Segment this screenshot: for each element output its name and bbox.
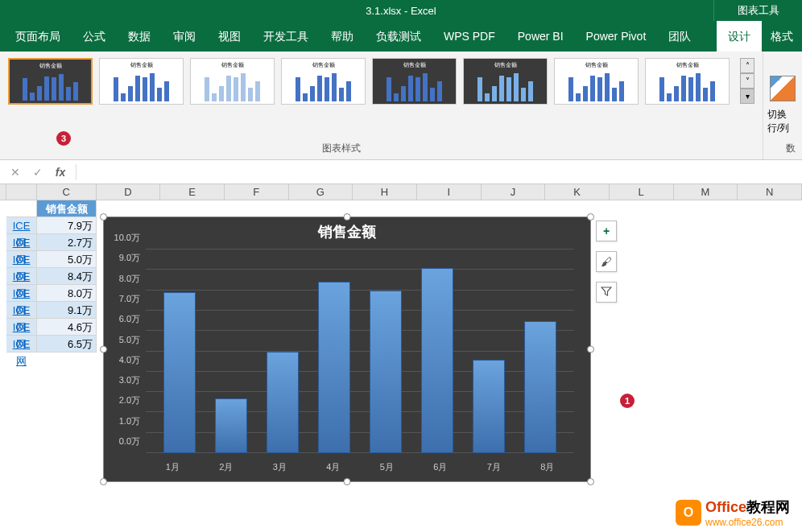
cell-c9[interactable]: 6.5万	[37, 336, 97, 353]
chart-style-8[interactable]: 销售金额	[645, 58, 730, 105]
fx-button[interactable]: fx	[49, 163, 72, 182]
chart-bar[interactable]	[163, 292, 196, 453]
chart-x-axis: 1月2月3月4月5月6月7月8月	[146, 461, 574, 473]
col-header-k[interactable]: K	[545, 184, 610, 200]
watermark-icon: O	[676, 500, 701, 526]
chart-style-2[interactable]: 销售金额	[99, 58, 184, 105]
data-group-label: 数	[786, 142, 796, 155]
chart-style-3[interactable]: 销售金额	[190, 58, 275, 105]
chart-elements-button[interactable]: +	[596, 221, 617, 241]
resize-handle-br[interactable]	[587, 478, 594, 485]
chart-bar[interactable]	[215, 398, 247, 453]
tab-powerpivot[interactable]: Power Pivot	[575, 21, 658, 52]
switch-rowcol-icon[interactable]	[770, 76, 796, 101]
tab-developer[interactable]: 开发工具	[252, 21, 320, 52]
chart-bar[interactable]	[318, 282, 350, 453]
col-header-d[interactable]: D	[97, 184, 161, 200]
watermark: O Office教程网 www.office26.com	[676, 497, 790, 528]
style-scroll-down[interactable]: ˅	[740, 73, 754, 89]
brush-icon: 🖌	[601, 255, 612, 268]
chart-bar[interactable]	[524, 321, 556, 453]
resize-handle-mr[interactable]	[587, 346, 594, 353]
tab-help[interactable]: 帮助	[320, 21, 365, 52]
col-header-h[interactable]: H	[353, 184, 417, 200]
chart-style-1[interactable]: 销售金额	[8, 58, 93, 105]
style-scroll-more[interactable]: ▾	[740, 89, 754, 104]
formula-cancel-button[interactable]: ✕	[4, 163, 27, 182]
chart-style-4[interactable]: 销售金额	[281, 58, 366, 105]
resize-handle-tl[interactable]	[100, 213, 107, 221]
chart-y-axis: 0.0万1.0万2.0万3.0万4.0万5.0万6.0万7.0万8.0万9.0万…	[104, 250, 144, 453]
tab-wpspdf[interactable]: WPS PDF	[432, 21, 506, 52]
cell-c1-header[interactable]: 销售金额	[37, 200, 97, 217]
style-scroll-up[interactable]: ˄	[740, 58, 754, 73]
formula-bar: ✕ ✓ fx	[0, 160, 802, 184]
cell-b3[interactable]: ICE网	[6, 234, 37, 251]
resize-handle-tm[interactable]	[344, 213, 351, 221]
tab-powerbi[interactable]: Power BI	[506, 21, 575, 52]
chart-tools-context-tab: 图表工具	[713, 0, 802, 21]
filter-icon	[601, 286, 612, 299]
chart-filters-button[interactable]	[596, 282, 617, 303]
chart-styles-button[interactable]: 🖌	[596, 251, 617, 272]
cell-c3[interactable]: 2.7万	[37, 234, 97, 251]
resize-handle-tr[interactable]	[587, 213, 594, 221]
col-header-j[interactable]: J	[482, 184, 546, 200]
chart-title[interactable]: 销售金额	[104, 217, 590, 246]
chart-plot-area[interactable]	[146, 250, 574, 453]
tab-formulas[interactable]: 公式	[72, 21, 117, 52]
title-bar: 3.1.xlsx - Excel 图表工具	[0, 0, 802, 21]
resize-handle-bm[interactable]	[344, 478, 351, 485]
col-header-l[interactable]: L	[610, 184, 674, 200]
plus-icon: +	[603, 225, 610, 237]
cell-b4[interactable]: ICE网	[6, 251, 37, 268]
cell-b7[interactable]: ICE网	[6, 302, 37, 319]
chart-bar[interactable]	[370, 291, 402, 453]
tab-review[interactable]: 审阅	[162, 21, 207, 52]
cell-c7[interactable]: 9.1万	[37, 302, 97, 319]
annotation-badge-1: 1	[620, 394, 635, 408]
formula-input[interactable]	[81, 166, 798, 178]
chart-styles-gallery: 销售金额 销售金额 销售金额 销售金额 销售金额 销售金额 销售金额 销售金额	[0, 52, 763, 159]
chart-bar[interactable]	[267, 352, 299, 454]
tab-team[interactable]: 团队	[657, 21, 702, 52]
resize-handle-bl[interactable]	[100, 478, 107, 485]
col-header-m[interactable]: M	[674, 184, 738, 200]
col-header-g[interactable]: G	[289, 184, 353, 200]
chart-styles-label: 图表样式	[322, 142, 361, 155]
chart-style-5[interactable]: 销售金额	[372, 58, 457, 105]
cell-b9[interactable]: ICE网	[6, 336, 37, 353]
switch-rowcol-label[interactable]: 切换行/列	[767, 108, 798, 135]
tab-view[interactable]: 视图	[207, 21, 252, 52]
tab-design[interactable]: 设计	[717, 21, 762, 52]
cell-c6[interactable]: 8.0万	[37, 285, 97, 302]
tab-data[interactable]: 数据	[117, 21, 162, 52]
cell-b2[interactable]: ICE网	[6, 217, 37, 234]
cell-c5[interactable]: 8.4万	[37, 268, 97, 285]
col-header-e[interactable]: E	[160, 184, 225, 200]
cell-c4[interactable]: 5.0万	[37, 251, 97, 268]
watermark-brand: Office教程网	[705, 497, 790, 517]
col-header-c[interactable]: C	[37, 184, 97, 200]
cell-b5[interactable]: ICE网	[6, 268, 37, 285]
chart-style-7[interactable]: 销售金额	[554, 58, 639, 105]
chart-bar[interactable]	[473, 360, 505, 453]
cell-c8[interactable]: 4.6万	[37, 319, 97, 336]
tab-format[interactable]: 格式	[762, 21, 802, 52]
cell-c2[interactable]: 7.9万	[37, 217, 97, 234]
col-header-f[interactable]: F	[225, 184, 289, 200]
col-header-i[interactable]: I	[417, 184, 482, 200]
tab-loadtest[interactable]: 负载测试	[365, 21, 432, 52]
embedded-chart[interactable]: 销售金额 0.0万1.0万2.0万3.0万4.0万5.0万6.0万7.0万8.0…	[103, 217, 591, 482]
col-header-n[interactable]: N	[738, 184, 802, 200]
worksheet-grid[interactable]: C D E F G H I J K L M N ICE网 ICE网 ICE网 I…	[0, 184, 802, 532]
cell-b8[interactable]: ICE网	[6, 319, 37, 336]
chart-floating-buttons: + 🖌	[596, 221, 617, 303]
data-col-sales: 销售金额 7.9万 2.7万 5.0万 8.4万 8.0万 9.1万 4.6万 …	[37, 200, 97, 353]
formula-confirm-button[interactable]: ✓	[27, 163, 49, 182]
tab-pagelayout[interactable]: 页面布局	[4, 21, 72, 52]
resize-handle-ml[interactable]	[100, 346, 107, 353]
chart-style-6[interactable]: 销售金额	[463, 58, 548, 105]
chart-bar[interactable]	[421, 268, 453, 453]
cell-b6[interactable]: ICE网	[6, 285, 37, 302]
